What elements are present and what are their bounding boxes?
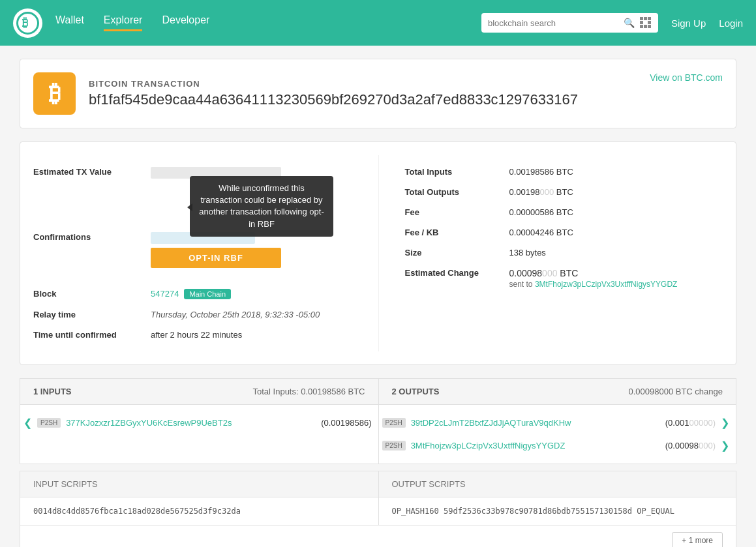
nav-developer[interactable]: Developer	[162, 14, 209, 31]
view-on-btc-link[interactable]: View on BTC.com	[650, 72, 723, 83]
btc-symbol: ₿	[49, 80, 61, 108]
input-amount: (0.00198586)	[321, 418, 371, 428]
inputs-header: 1 INPUTS Total Inputs: 0.00198586 BTC	[20, 379, 378, 404]
output-chevron-right-2[interactable]: ❯	[721, 439, 729, 452]
output-address-1[interactable]: 39tDP2cLJmT2BtxfZJdJjAQTuraV9qdKHw	[411, 418, 660, 428]
input-scripts-header: INPUT SCRIPTS	[20, 471, 378, 497]
fee-value: 0.00000586 BTC	[509, 207, 573, 217]
output-amount-1: (0.00100000)	[665, 418, 716, 428]
outputs-list: P2SH 39tDP2cLJmT2BtxfZJdJjAQTuraV9qdKHw …	[378, 405, 736, 464]
confirmations-label: Confirmations	[33, 232, 151, 242]
outputs-total: 0.00098000 BTC change	[628, 387, 723, 396]
nav-wallet[interactable]: Wallet	[55, 14, 84, 31]
main-header: ₿ Wallet Explorer Developer 🔍 Sign Up Lo…	[0, 0, 756, 46]
estimated-tx-row: Estimated TX Value While unconfirmed thi…	[33, 162, 378, 188]
more-button[interactable]: + 1 more	[672, 532, 723, 547]
tx-hash: bf1faf545de9caa44a63641113230569bf269270…	[89, 91, 723, 108]
output-row-1: P2SH 39tDP2cLJmT2BtxfZJdJjAQTuraV9qdKHw …	[379, 411, 736, 434]
scripts-content: 0014d8c4dd8576fbca1c18ad028de567525d3f9c…	[20, 497, 736, 525]
logo-inner: ₿	[16, 12, 39, 35]
optin-rbf-button[interactable]: OPT-IN RBF	[151, 248, 281, 268]
details-section: Estimated TX Value While unconfirmed thi…	[20, 141, 736, 365]
relay-time-row: Relay time Thursday, October 25th 2018, …	[33, 304, 378, 325]
tooltip-box: While unconfirmed this transaction could…	[190, 176, 333, 237]
qr-icon[interactable]	[640, 17, 652, 29]
output-script-value: OP_HASH160 59df2536c33b978c90781d86bdb75…	[378, 497, 736, 525]
est-change-value: 0.00098000 BTC sent to 3MtFhojzw3pLCzipV…	[509, 268, 678, 289]
details-right: Total Inputs 0.00198586 BTC Total Output…	[378, 155, 723, 351]
input-p2sh-badge: P2SH	[37, 418, 61, 428]
search-input[interactable]	[488, 18, 618, 28]
logo[interactable]: ₿	[13, 8, 42, 38]
total-outputs-row: Total Outputs 0.00198000 BTC	[392, 182, 723, 202]
fee-kb-row: Fee / KB 0.00004246 BTC	[392, 222, 723, 243]
main-nav: Wallet Explorer Developer	[55, 14, 481, 31]
confirmations-value: OPT-IN RBF	[151, 232, 281, 268]
total-outputs-label: Total Outputs	[405, 187, 509, 197]
main-content: ₿ BITCOIN TRANSACTION bf1faf545de9caa44a…	[0, 46, 756, 547]
input-scripts-label: INPUT SCRIPTS	[33, 479, 98, 489]
svg-text:₿: ₿	[22, 16, 28, 29]
output-p2sh-badge-2: P2SH	[382, 441, 406, 451]
inputs-list: ❮ P2SH 377KJozxzr1ZBGyxYU6KcEsrewP9UeBT2…	[20, 405, 378, 464]
search-icon: 🔍	[624, 18, 635, 28]
input-chevron-left[interactable]: ❮	[23, 417, 32, 429]
est-change-address[interactable]: 3MtFhojzw3pLCzipVx3UxtffNigysYYGDZ	[535, 280, 678, 289]
input-script-value: 0014d8c4dd8576fbca1c18ad028de567525d3f9c…	[20, 497, 378, 525]
io-rows: ❮ P2SH 377KJozxzr1ZBGyxYU6KcEsrewP9UeBT2…	[20, 404, 736, 464]
output-p2sh-badge-1: P2SH	[382, 418, 406, 428]
btc-icon: ₿	[33, 72, 76, 115]
header-right: 🔍 Sign Up Login	[481, 13, 743, 33]
output-scripts-header: OUTPUT SCRIPTS	[378, 471, 736, 497]
fee-kb-label: Fee / KB	[405, 228, 509, 237]
est-change-sub: sent to 3MtFhojzw3pLCzipVx3UxtffNigysYYG…	[509, 280, 678, 289]
login-button[interactable]: Login	[719, 18, 743, 29]
time-until-label: Time until confirmed	[33, 330, 151, 340]
fee-label: Fee	[405, 207, 509, 217]
total-inputs-label: Total Inputs	[405, 167, 509, 177]
size-row: Size 138 bytes	[392, 243, 723, 263]
io-header: 1 INPUTS Total Inputs: 0.00198586 BTC 2 …	[20, 378, 736, 404]
estimated-tx-label: Estimated TX Value	[33, 167, 151, 177]
inputs-count: 1 INPUTS	[33, 387, 72, 396]
output-scripts-label: OUTPUT SCRIPTS	[392, 479, 466, 489]
input-row: ❮ P2SH 377KJozxzr1ZBGyxYU6KcEsrewP9UeBT2…	[20, 411, 378, 434]
output-chevron-right-1[interactable]: ❯	[721, 417, 729, 429]
size-label: Size	[405, 248, 509, 258]
output-amount-2: (0.00098000)	[665, 441, 716, 451]
tx-info: BITCOIN TRANSACTION bf1faf545de9caa44a63…	[89, 79, 723, 108]
main-chain-badge: Main Chain	[184, 289, 231, 299]
size-value: 138 bytes	[509, 248, 546, 258]
transaction-header: ₿ BITCOIN TRANSACTION bf1faf545de9caa44a…	[20, 59, 736, 128]
outputs-count: 2 OUTPUTS	[392, 387, 440, 396]
nav-explorer[interactable]: Explorer	[104, 14, 143, 31]
tooltip-wrapper: While unconfirmed this transaction could…	[151, 167, 281, 183]
fee-kb-value: 0.00004246 BTC	[509, 228, 573, 237]
fee-row: Fee 0.00000586 BTC	[392, 202, 723, 222]
total-inputs-value: 0.00198586 BTC	[509, 167, 573, 177]
time-until-row: Time until confirmed after 2 hours 22 mi…	[33, 325, 378, 345]
total-inputs-row: Total Inputs 0.00198586 BTC	[392, 162, 723, 182]
output-row-2: P2SH 3MtFhojzw3pLCzipVx3UxtffNigysYYGDZ …	[379, 434, 736, 457]
output-address-2[interactable]: 3MtFhojzw3pLCzipVx3UxtffNigysYYGDZ	[411, 441, 660, 451]
relay-time-value: Thursday, October 25th 2018, 9:32:33 -05…	[151, 310, 320, 319]
signup-button[interactable]: Sign Up	[671, 18, 706, 29]
more-btn-row: + 1 more	[20, 525, 736, 547]
details-left: Estimated TX Value While unconfirmed thi…	[33, 155, 378, 351]
total-outputs-value: 0.00198000 BTC	[509, 187, 573, 197]
tx-label: BITCOIN TRANSACTION	[89, 79, 723, 89]
block-row: Block 547274 Main Chain	[33, 284, 378, 304]
est-change-label: Estimated Change	[405, 268, 509, 278]
est-change-row: Estimated Change 0.00098000 BTC sent to …	[392, 263, 723, 294]
details-grid: Estimated TX Value While unconfirmed thi…	[33, 155, 723, 351]
input-address[interactable]: 377KJozxzr1ZBGyxYU6KcEsrewP9UeBT2s	[66, 418, 316, 428]
time-until-value: after 2 hours 22 minutes	[151, 330, 242, 340]
relay-time-label: Relay time	[33, 310, 151, 319]
outputs-header: 2 OUTPUTS 0.00098000 BTC change	[378, 379, 736, 404]
search-bar[interactable]: 🔍	[481, 13, 658, 33]
block-label: Block	[33, 289, 151, 299]
scripts-header: INPUT SCRIPTS OUTPUT SCRIPTS	[20, 471, 736, 497]
block-value[interactable]: 547274	[151, 289, 179, 299]
inputs-total: Total Inputs: 0.00198586 BTC	[252, 387, 365, 396]
